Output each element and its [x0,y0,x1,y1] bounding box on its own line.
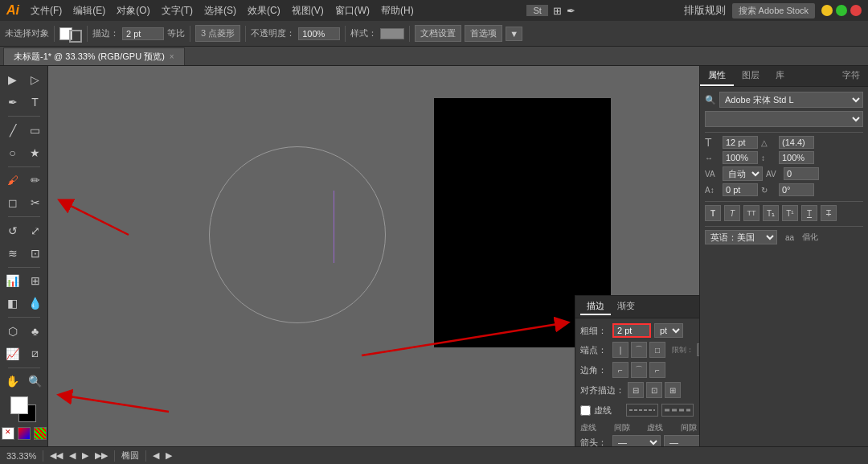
properties-tab[interactable]: 属性 [700,66,734,86]
h-scale-input[interactable] [723,151,758,164]
none-color[interactable]: ✕ [2,427,14,440]
nav-prev-prev[interactable]: ◀◀ [50,450,63,461]
center-align[interactable]: ⊟ [628,382,644,398]
font-style-dropdown[interactable] [705,111,863,127]
char-rotate-input[interactable] [779,183,814,196]
weight-unit-dropdown[interactable]: pt [654,323,683,338]
dash-option1[interactable] [626,404,658,417]
symbol-tool[interactable]: ♣ [25,321,46,342]
font-dropdown[interactable]: Adobe 宋体 Std L [719,92,863,108]
nav-next-next[interactable]: ▶▶ [95,450,108,461]
miter-corner[interactable]: ⌐ [612,362,628,378]
gradient-tool[interactable]: ◧ [2,293,23,314]
scissors-tool[interactable]: ✂ [25,192,46,213]
opacity-input[interactable] [298,27,340,40]
scale-tool[interactable]: ⤢ [25,220,46,241]
tracking-input[interactable] [784,167,819,180]
inside-align[interactable]: ⊡ [646,382,662,398]
menu-edit[interactable]: 编辑(E) [68,2,110,19]
outside-align[interactable]: ⊞ [665,382,681,398]
tab-close-button[interactable]: × [170,52,174,61]
pencil-tool[interactable]: ✏ [25,170,46,191]
v-scale-input[interactable] [779,151,814,164]
star-tool[interactable]: ★ [25,142,46,163]
italic-type-btn[interactable]: T [724,205,740,221]
baseline-input[interactable] [723,183,758,196]
strikethrough-btn[interactable]: T [821,205,837,221]
nav-artboard-next[interactable]: ▶ [166,450,172,461]
subscript-btn[interactable]: T₁ [763,205,779,221]
free-transform-tool[interactable]: ⊡ [25,243,46,264]
foreground-color[interactable] [10,396,28,414]
start-arrow-dropdown[interactable]: — [612,435,661,446]
vertical-line[interactable] [334,191,334,263]
eraser-tool[interactable]: ◻ [2,192,23,213]
graph-tool[interactable]: 📊 [2,270,23,291]
menu-view[interactable]: 视图(V) [287,2,329,19]
stroke-color[interactable] [69,30,82,43]
nav-artboard-prev[interactable]: ◀ [153,450,159,461]
slice-tool[interactable]: ⧄ [25,343,46,364]
bold-type-btn[interactable]: T [705,205,721,221]
rect-tool[interactable]: ▭ [25,120,46,141]
char-tab[interactable]: 字符 [834,66,868,86]
zoom-tool[interactable]: 🔍 [25,371,46,392]
gradient-tab[interactable]: 渐变 [611,298,641,315]
leading-input[interactable] [779,136,814,149]
menu-type[interactable]: 文字(T) [157,2,198,19]
kern-dropdown[interactable]: 自动 [723,166,763,181]
end-arrow-dropdown[interactable]: — [664,435,699,446]
maximize-button[interactable] [836,5,847,16]
blend-tool[interactable]: ⬡ [2,321,23,342]
font-size-input[interactable] [723,136,758,149]
type-tool[interactable]: T [25,92,46,113]
line-tool[interactable]: ╱ [2,120,23,141]
active-tab[interactable]: 未标题-1* @ 33.33% (RGB/GPU 预览) × [3,47,185,65]
style-swatch[interactable] [380,28,404,39]
round-cap-button[interactable]: ⌒ [631,342,647,358]
rotate-tool[interactable]: ↺ [2,220,23,241]
menu-object[interactable]: 对象(O) [112,2,154,19]
stroke-tab[interactable]: 描边 [580,298,611,315]
hand-tool[interactable]: ✋ [2,371,23,392]
warp-tool[interactable]: ≋ [2,243,23,264]
language-dropdown[interactable]: 英语：美国 [705,230,777,244]
pen-tool[interactable]: ✒ [2,92,23,113]
direct-selection-tool[interactable]: ▷ [25,69,46,90]
menu-select[interactable]: 选择(S) [199,2,241,19]
eyedropper-tool[interactable]: 💧 [25,293,46,314]
superscript-btn[interactable]: T¹ [782,205,798,221]
dash-option2[interactable] [661,404,694,417]
menu-help[interactable]: 帮助(H) [376,2,419,19]
close-button[interactable] [850,5,862,16]
weight-input[interactable]: 2 pt [612,323,651,338]
brush-tool[interactable]: 🖌 [2,170,23,191]
canvas-area[interactable]: 描边 渐变 ▶▶ ☰ 粗细： 2 pt pt [48,66,699,446]
swatch-mode[interactable] [34,427,47,440]
bevel-corner[interactable]: ⌐ [649,362,665,378]
window-controls[interactable] [821,5,862,16]
menu-bar[interactable]: 文件(F) 编辑(E) 对象(O) 文字(T) 选择(S) 效果(C) 视图(V… [26,2,419,19]
smallcaps-btn[interactable]: TT [743,205,760,221]
butt-cap-button[interactable]: | [612,342,628,358]
circle-shape[interactable] [209,146,386,323]
menu-window[interactable]: 窗口(W) [330,2,375,19]
more-options-button[interactable]: ▼ [506,27,522,41]
mesh-tool[interactable]: ⊞ [25,270,46,291]
menu-file[interactable]: 文件(F) [26,2,67,19]
library-tab[interactable]: 库 [768,66,792,86]
layers-tab[interactable]: 图层 [734,66,768,86]
ellipse-tool[interactable]: ○ [2,142,23,163]
selection-tool[interactable]: ▶ [2,69,23,90]
dashes-checkbox[interactable] [580,405,591,416]
doc-settings-button[interactable]: 文档设置 [415,25,461,42]
square-cap-button[interactable]: □ [649,342,665,358]
nav-next[interactable]: ▶ [82,450,88,461]
round-corner[interactable]: ⌒ [631,362,647,378]
column-graph-tool[interactable]: 📈 [2,343,23,364]
fg-bg-colors[interactable] [10,396,38,424]
menu-effect[interactable]: 效果(C) [243,2,285,19]
underline-btn[interactable]: T [801,205,817,221]
color-mode[interactable] [18,427,31,440]
stroke-input[interactable] [122,27,164,40]
